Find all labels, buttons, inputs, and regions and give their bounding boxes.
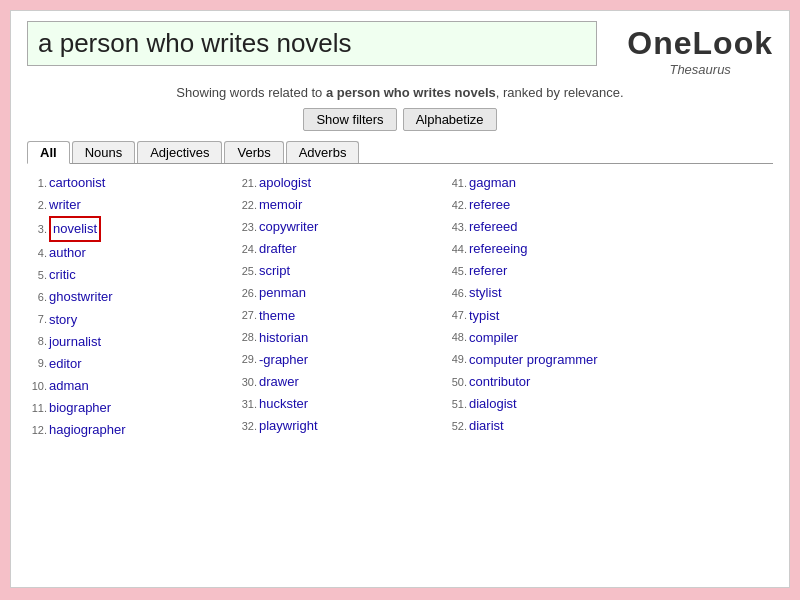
word-number: 9. xyxy=(27,354,47,373)
list-item: 27.theme xyxy=(237,305,447,327)
word-number: 49. xyxy=(447,350,467,369)
word-number: 26. xyxy=(237,284,257,303)
word-link[interactable]: author xyxy=(49,242,86,264)
word-number: 50. xyxy=(447,373,467,392)
word-link[interactable]: biographer xyxy=(49,397,111,419)
word-link[interactable]: penman xyxy=(259,282,306,304)
results-grid: 1.cartoonist2.writer3.novelist4.author5.… xyxy=(27,172,773,441)
word-link[interactable]: editor xyxy=(49,353,82,375)
list-item: 23.copywriter xyxy=(237,216,447,238)
list-item: 50.contributor xyxy=(447,371,747,393)
list-item: 29.-grapher xyxy=(237,349,447,371)
list-item: 32.playwright xyxy=(237,415,447,437)
list-item: 4.author xyxy=(27,242,237,264)
word-number: 44. xyxy=(447,240,467,259)
word-link[interactable]: theme xyxy=(259,305,295,327)
list-item: 51.dialogist xyxy=(447,393,747,415)
list-item: 12.hagiographer xyxy=(27,419,237,441)
word-link[interactable]: huckster xyxy=(259,393,308,415)
word-number: 8. xyxy=(27,332,47,351)
word-link[interactable]: computer programmer xyxy=(469,349,598,371)
word-number: 23. xyxy=(237,218,257,237)
alphabetize-button[interactable]: Alphabetize xyxy=(403,108,497,131)
subtitle-suffix: , ranked by relevance. xyxy=(496,85,624,100)
list-item: 10.adman xyxy=(27,375,237,397)
word-link[interactable]: referer xyxy=(469,260,507,282)
list-item: 3.novelist xyxy=(27,216,237,242)
word-link[interactable]: gagman xyxy=(469,172,516,194)
subtitle-prefix: Showing words related to xyxy=(176,85,326,100)
word-number: 22. xyxy=(237,196,257,215)
word-link[interactable]: novelist xyxy=(49,216,101,242)
word-link[interactable]: typist xyxy=(469,305,499,327)
word-number: 3. xyxy=(27,220,47,239)
word-link[interactable]: refereed xyxy=(469,216,517,238)
word-link[interactable]: diarist xyxy=(469,415,504,437)
tab-all[interactable]: All xyxy=(27,141,70,164)
word-link[interactable]: dialogist xyxy=(469,393,517,415)
word-number: 29. xyxy=(237,350,257,369)
word-number: 1. xyxy=(27,174,47,193)
word-link[interactable]: playwright xyxy=(259,415,318,437)
word-link[interactable]: script xyxy=(259,260,290,282)
word-number: 27. xyxy=(237,306,257,325)
word-link[interactable]: copywriter xyxy=(259,216,318,238)
list-item: 28.historian xyxy=(237,327,447,349)
word-link[interactable]: cartoonist xyxy=(49,172,105,194)
word-number: 2. xyxy=(27,196,47,215)
word-link[interactable]: -grapher xyxy=(259,349,308,371)
tab-adverbs[interactable]: Adverbs xyxy=(286,141,360,163)
list-item: 24.drafter xyxy=(237,238,447,260)
search-input[interactable] xyxy=(27,21,597,66)
word-number: 25. xyxy=(237,262,257,281)
word-link[interactable]: apologist xyxy=(259,172,311,194)
word-link[interactable]: adman xyxy=(49,375,89,397)
word-link[interactable]: memoir xyxy=(259,194,302,216)
tab-verbs[interactable]: Verbs xyxy=(224,141,283,163)
tab-nouns[interactable]: Nouns xyxy=(72,141,136,163)
list-item: 41.gagman xyxy=(447,172,747,194)
list-item: 6.ghostwriter xyxy=(27,286,237,308)
word-number: 46. xyxy=(447,284,467,303)
word-number: 21. xyxy=(237,174,257,193)
list-item: 48.compiler xyxy=(447,327,747,349)
word-link[interactable]: contributor xyxy=(469,371,530,393)
results-subtitle: Showing words related to a person who wr… xyxy=(27,85,773,100)
logo: OneLook Thesaurus xyxy=(627,21,773,77)
word-link[interactable]: referee xyxy=(469,194,510,216)
list-item: 46.stylist xyxy=(447,282,747,304)
logo-title: OneLook xyxy=(627,25,773,62)
word-number: 32. xyxy=(237,417,257,436)
word-link[interactable]: refereeing xyxy=(469,238,528,260)
show-filters-button[interactable]: Show filters xyxy=(303,108,396,131)
tab-adjectives[interactable]: Adjectives xyxy=(137,141,222,163)
word-number: 4. xyxy=(27,244,47,263)
word-link[interactable]: ghostwriter xyxy=(49,286,113,308)
word-number: 48. xyxy=(447,328,467,347)
word-link[interactable]: hagiographer xyxy=(49,419,126,441)
word-number: 11. xyxy=(27,399,47,418)
word-number: 10. xyxy=(27,377,47,396)
list-item: 44.refereeing xyxy=(447,238,747,260)
word-link[interactable]: historian xyxy=(259,327,308,349)
list-item: 47.typist xyxy=(447,305,747,327)
list-item: 9.editor xyxy=(27,353,237,375)
results-col-1: 1.cartoonist2.writer3.novelist4.author5.… xyxy=(27,172,237,441)
list-item: 52.diarist xyxy=(447,415,747,437)
word-link[interactable]: journalist xyxy=(49,331,101,353)
word-number: 24. xyxy=(237,240,257,259)
list-item: 31.huckster xyxy=(237,393,447,415)
word-link[interactable]: stylist xyxy=(469,282,502,304)
list-item: 22.memoir xyxy=(237,194,447,216)
logo-subtitle: Thesaurus xyxy=(627,62,773,77)
word-link[interactable]: critic xyxy=(49,264,76,286)
list-item: 1.cartoonist xyxy=(27,172,237,194)
word-link[interactable]: drawer xyxy=(259,371,299,393)
results-col-3: 41.gagman42.referee43.refereed44.referee… xyxy=(447,172,747,441)
list-item: 11.biographer xyxy=(27,397,237,419)
list-item: 7.story xyxy=(27,309,237,331)
word-link[interactable]: compiler xyxy=(469,327,518,349)
word-link[interactable]: writer xyxy=(49,194,81,216)
word-link[interactable]: story xyxy=(49,309,77,331)
word-link[interactable]: drafter xyxy=(259,238,297,260)
